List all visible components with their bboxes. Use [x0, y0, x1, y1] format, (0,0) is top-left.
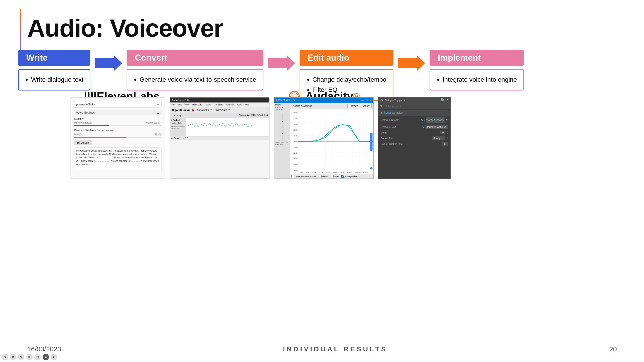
show-grid-input[interactable]: [341, 175, 344, 178]
unity-refresh-icon: ↻: [421, 118, 423, 121]
invert-input[interactable]: [330, 175, 334, 178]
audacity-tools-row: ↑ ~ ✎ ⊕ Stereo, 44100Hz, 32-bit float: [170, 113, 269, 118]
voice-settings-section: Voice Settings ▲: [74, 110, 162, 115]
skip-back-button[interactable]: ⏮: [183, 108, 186, 112]
unity-titlebar: ⚙ DialogueTrigger ▼ 🔍 ⊞: [378, 97, 450, 103]
unity-waveform-preview: [426, 117, 444, 123]
apply-button[interactable]: Apply: [361, 104, 372, 108]
eq-chart-svg-container: 20Hz40Hz80Hz140Hz200Hz300Hz500Hz1000Hz20…: [298, 109, 374, 174]
eq-maximize-button[interactable]: □: [366, 99, 368, 102]
menu-generate[interactable]: Generate: [214, 103, 223, 106]
eq-minimize-button[interactable]: —: [362, 99, 364, 102]
track-format: Stereo, 44100Hz32-bit float: [171, 125, 185, 129]
audacity-menu: File Edit View Transport Tracks Generate…: [170, 102, 269, 107]
multi-tool[interactable]: ⊕: [179, 114, 182, 117]
invert-checkbox[interactable]: Invert: [330, 175, 339, 178]
linear-frequency-checkbox[interactable]: Linear Frequency Scale: [292, 175, 316, 178]
linear-freq-input[interactable]: [292, 175, 294, 178]
menu-tracks[interactable]: Tracks: [204, 103, 211, 106]
unity-socket-trigger-row: Socket Trigger Perc 80: [378, 141, 450, 147]
eq-curve-svg: [298, 109, 374, 174]
toolbar-icon-1[interactable]: ⟲: [2, 354, 8, 360]
menu-view[interactable]: View: [184, 103, 189, 106]
voice-text-area[interactable]: The Activation Unit is right above us. I…: [74, 147, 162, 170]
arrow-1-icon: [95, 55, 122, 71]
pause-button[interactable]: ⏸: [172, 108, 174, 112]
unity-socket-trigger-value: 80: [442, 142, 448, 146]
step-convert-label: Convert: [126, 50, 263, 66]
page-number-label: 20: [609, 345, 617, 353]
bottom-toolbar: ⟲ ✕ ✎ ⊞ ⊟ ▣ ⏵: [2, 354, 57, 360]
clarity-slider[interactable]: [74, 137, 162, 138]
eq-stereo-info: Stereo, 44100Hz32-bit float: [275, 142, 290, 146]
eq-close-button[interactable]: ✕: [369, 99, 372, 102]
menu-edit[interactable]: Edit: [178, 103, 182, 106]
unity-socket-path-value-container: Assign... ⬆: [432, 136, 448, 140]
unity-dialogue-text-label: Dialogue Text: [381, 126, 396, 128]
preview-button[interactable]: Preview: [347, 104, 360, 108]
step-convert-detail-item: Generate voice via text-to-speech servic…: [140, 75, 256, 85]
unity-delay-stepper[interactable]: ▲ ▼: [446, 131, 448, 134]
eq-slider-2[interactable]: [282, 127, 282, 141]
menu-tools[interactable]: Tools: [237, 103, 242, 106]
eq-scroll-handle[interactable]: [370, 133, 372, 151]
record-button[interactable]: ⏺: [191, 108, 194, 112]
stability-slider[interactable]: [74, 125, 162, 126]
step-write-detail: Write dialogue text: [18, 69, 90, 90]
select-tool-bottom[interactable]: ▷ Select: [172, 137, 180, 140]
toolbar-icon-4[interactable]: ⊞: [26, 354, 32, 360]
step-implement: Implement Integrate voice into engine: [430, 50, 524, 90]
preset-select[interactable]: premade/Bella ▼: [74, 101, 162, 107]
unity-filter-input[interactable]: [384, 104, 430, 108]
audacity-waveform: [186, 118, 269, 136]
toolbar-icon-7[interactable]: ⏵: [51, 354, 57, 360]
share-audio-button[interactable]: Share Audio ▼: [215, 109, 230, 111]
eq-bottom-controls: Linear Frequency Scale Flatten Invert Sh…: [290, 174, 374, 179]
stop-button[interactable]: ⏹: [179, 108, 182, 112]
skip-fwd-button[interactable]: ⏭: [187, 108, 190, 112]
menu-analyze[interactable]: Analyze: [226, 103, 234, 106]
play-button[interactable]: ▶: [176, 108, 178, 112]
show-grid-checkbox[interactable]: Show grid lines: [341, 175, 358, 178]
toolbar-icon-2[interactable]: ✕: [10, 354, 16, 360]
audacity-bottom-controls: ▷ Select v 1.0: [170, 136, 269, 140]
unity-dialogue-stream-dropdown[interactable]: ▼: [446, 118, 448, 121]
eq-mini-controls: [275, 113, 290, 141]
audio-setup-button[interactable]: Audio Setup ▼: [197, 109, 212, 111]
step-implement-detail-item: Integrate voice into engine: [442, 75, 517, 85]
menu-help[interactable]: Help: [245, 103, 250, 106]
eq-action-buttons: Preview Apply: [347, 104, 372, 108]
unity-delay-value-container: 0 ▲ ▼: [440, 131, 448, 134]
unity-settings-icon[interactable]: ⊞: [446, 98, 448, 102]
toolbar-icon-6[interactable]: ▣: [42, 354, 49, 360]
eq-filter-label: X: Audio 1Mute Solo: [275, 107, 290, 111]
svg-marker-1: [268, 55, 295, 71]
screenshots-section: premade/Bella ▼ Voice Settings ▲ Stabili…: [70, 97, 450, 179]
elevenlabs-screenshot: premade/Bella ▼ Voice Settings ▲ Stabili…: [70, 97, 165, 179]
draw-tool[interactable]: ✎: [176, 114, 178, 117]
unity-search-icon[interactable]: 🔍: [441, 98, 445, 102]
toolbar-icon-5[interactable]: ⊟: [34, 354, 41, 360]
flatten-checkbox[interactable]: Flatten: [318, 175, 328, 178]
mute-button[interactable]: Mute: [171, 122, 176, 124]
unity-delay-label: Delay: [381, 131, 387, 134]
envelope-tool[interactable]: ~: [174, 114, 175, 117]
arrow-3: [398, 55, 425, 71]
eq-effects-label: Effects: [275, 104, 290, 106]
flatten-input[interactable]: [318, 175, 322, 178]
step-write-label: Write: [18, 50, 90, 66]
unity-dialogue-stream-row: Dialogue Stream ↻ ♪ ▼: [378, 116, 450, 124]
unity-delay-row: Delay 0 ▲ ▼: [378, 130, 450, 135]
selection-tool[interactable]: ↑: [172, 114, 173, 117]
step-convert: Convert Generate voice via text-to-speec…: [126, 50, 263, 90]
unity-socket-path-upload-icon[interactable]: ⬆: [446, 137, 448, 140]
unity-music-icon: ♪: [424, 118, 426, 121]
toolbar-icon-3[interactable]: ✎: [18, 354, 24, 360]
eq-chart-area: 30dB24dB18dB12dB6dB0dB-6dB-12dB-18dB-24d…: [290, 109, 374, 174]
menu-transport[interactable]: Transport: [192, 103, 202, 106]
zoom-level: v 1.0: [184, 137, 188, 140]
solo-button[interactable]: Solo: [177, 122, 182, 124]
menu-file[interactable]: File: [172, 103, 175, 106]
eq-slider-1[interactable]: [282, 113, 282, 126]
to-default-button[interactable]: To Default: [74, 140, 92, 145]
